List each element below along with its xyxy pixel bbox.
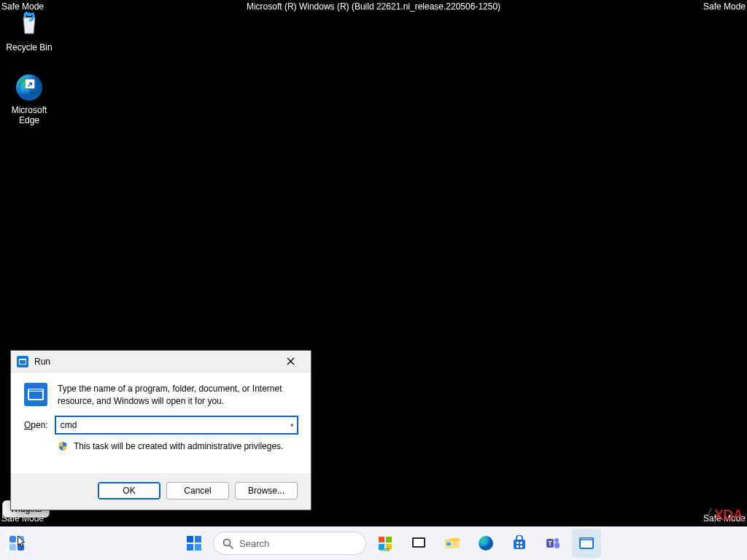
svg-rect-13: [187, 544, 193, 551]
svg-rect-14: [195, 544, 201, 551]
taskbar-search-placeholder: Search: [239, 538, 269, 549]
taskbar-edge[interactable]: [471, 529, 500, 558]
recycle-bin-icon: [15, 10, 44, 39]
svg-point-15: [224, 539, 231, 545]
svg-rect-12: [195, 536, 201, 542]
svg-rect-17: [379, 537, 384, 542]
svg-rect-9: [9, 544, 16, 551]
svg-rect-35: [554, 542, 560, 548]
taskbar-run-active[interactable]: [572, 529, 601, 558]
desktop-icon-edge[interactable]: Microsoft Edge: [3, 73, 55, 125]
svg-rect-28: [516, 542, 519, 544]
search-icon: [222, 538, 233, 549]
svg-rect-7: [9, 536, 16, 542]
svg-text:PRE: PRE: [381, 548, 390, 551]
svg-rect-27: [514, 540, 525, 549]
store-icon: [511, 535, 527, 551]
chevron-down-icon[interactable]: ▾: [290, 421, 294, 429]
run-title: Run: [34, 357, 270, 367]
run-open-input[interactable]: [61, 420, 293, 430]
svg-line-16: [230, 545, 233, 548]
taskbar: Search PRE: [0, 526, 747, 560]
shield-icon: [58, 441, 68, 451]
teams-icon: T: [545, 535, 561, 551]
run-dialog: Run Type the name of a program, folder, …: [10, 350, 311, 510]
run-icon: [578, 537, 595, 550]
cursor-icon: [17, 535, 26, 548]
shortcut-arrow-icon: [25, 79, 35, 89]
run-title-icon: [17, 356, 28, 368]
svg-rect-23: [414, 539, 424, 546]
safe-mode-label-tr: Safe Mode: [703, 1, 746, 12]
svg-rect-29: [520, 542, 522, 544]
windows-logo-icon: [185, 534, 203, 552]
svg-rect-6: [29, 389, 42, 391]
run-button-row: OK Cancel Browse...: [11, 473, 311, 510]
svg-rect-31: [520, 545, 522, 548]
svg-rect-11: [187, 536, 193, 542]
widgets-button[interactable]: [0, 526, 34, 560]
run-admin-note: This task will be created with administr…: [74, 441, 283, 451]
svg-point-26: [479, 536, 493, 551]
chevron-left-icon: 〈: [699, 505, 713, 525]
run-titlebar[interactable]: Run: [11, 351, 311, 373]
task-view-icon: [411, 537, 426, 550]
taskbar-teams[interactable]: T: [538, 529, 568, 558]
run-app-icon: [24, 383, 47, 406]
run-open-label: Open:: [24, 420, 48, 430]
taskbar-app-powertoys[interactable]: PRE: [371, 529, 400, 558]
svg-point-34: [554, 538, 559, 542]
taskbar-store[interactable]: [505, 529, 534, 558]
svg-rect-38: [581, 538, 592, 540]
browse-button[interactable]: Browse...: [235, 482, 298, 499]
close-button[interactable]: [276, 351, 305, 372]
desktop-icon-label: Microsoft Edge: [12, 105, 47, 125]
edge-icon: [15, 73, 44, 102]
run-open-combobox[interactable]: ▾: [55, 416, 298, 434]
svg-rect-5: [29, 392, 42, 399]
taskbar-search[interactable]: Search: [213, 532, 366, 555]
svg-rect-18: [386, 537, 392, 542]
taskbar-file-explorer[interactable]: [438, 529, 467, 558]
svg-rect-30: [516, 545, 519, 548]
folder-icon: [444, 537, 460, 550]
desktop-icon-label: Recycle Bin: [6, 42, 52, 52]
edge-icon: [478, 535, 494, 551]
desktop-icon-recycle-bin[interactable]: Recycle Bin: [3, 10, 55, 52]
svg-rect-25: [446, 542, 451, 545]
cancel-button[interactable]: Cancel: [166, 482, 229, 499]
close-icon: [287, 357, 295, 365]
start-button[interactable]: [179, 529, 209, 558]
svg-rect-37: [581, 540, 592, 548]
svg-text:T: T: [548, 540, 552, 547]
build-info-label: Microsoft (R) Windows (R) (Build 22621.n…: [247, 1, 500, 12]
powertoys-icon: PRE: [377, 535, 393, 551]
run-description: Type the name of a program, folder, docu…: [58, 383, 298, 408]
ok-button[interactable]: OK: [98, 482, 160, 499]
xda-watermark: 〈 XDA: [699, 505, 743, 525]
svg-rect-3: [20, 360, 26, 364]
taskbar-task-view[interactable]: [404, 529, 433, 558]
